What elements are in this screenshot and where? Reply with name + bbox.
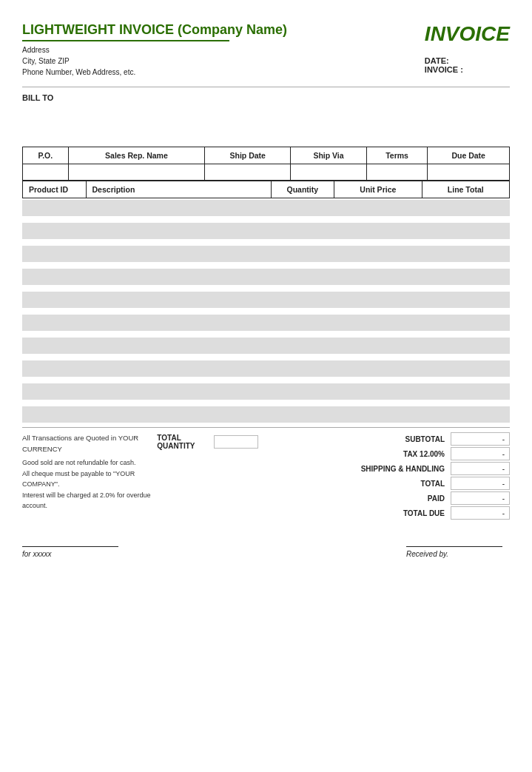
date-label: DATE: <box>425 56 449 65</box>
footer-notes: All Transactions are Quoted in YOUR CURR… <box>22 432 157 511</box>
tax-value: - <box>451 447 510 460</box>
footer-section: All Transactions are Quoted in YOUR CURR… <box>22 432 510 521</box>
address-line3: Phone Number, Web Address, etc. <box>22 67 425 78</box>
total-due-value: - <box>451 506 510 520</box>
item-row-2 <box>22 223 510 239</box>
company-title: LIGHTWEIGHT INVOICE (Company Name) <box>22 22 425 38</box>
terms-value <box>366 164 428 181</box>
col-due-date: Due Date <box>428 147 510 164</box>
item-row-6 <box>22 315 510 331</box>
col-po: P.O. <box>23 147 69 164</box>
total-label: TOTAL <box>332 480 451 488</box>
subtotal-row: SUBTOTAL - <box>258 432 510 446</box>
sig-line-right <box>406 546 502 547</box>
order-data-row <box>23 164 510 181</box>
item-row-8 <box>22 360 510 377</box>
header-underline <box>22 40 229 41</box>
totals-section: SUBTOTAL - TAX 12.00% - SHIPPING & HANDL… <box>258 432 510 521</box>
item-row-5 <box>22 292 510 308</box>
for-label: for xxxxx <box>22 550 126 558</box>
col-product-id: Product ID <box>23 181 87 198</box>
shipping-row: SHIPPING & HANDLING - <box>258 462 510 475</box>
col-sales-rep: Sales Rep. Name <box>68 147 204 164</box>
col-quantity: Quantity <box>271 181 334 198</box>
address-block: Address City, State ZIP Phone Number, We… <box>22 44 425 78</box>
po-value <box>23 164 69 181</box>
signature-section: for xxxxx Received by. <box>22 543 510 558</box>
sig-line-left <box>22 546 118 547</box>
total-qty-value <box>214 435 258 449</box>
paid-label: PAID <box>332 494 451 503</box>
due-date-value <box>428 164 510 181</box>
tax-row: TAX 12.00% - <box>258 447 510 460</box>
order-header-row: P.O. Sales Rep. Name Ship Date Ship Via … <box>23 147 510 164</box>
paid-value: - <box>451 491 510 505</box>
item-row-4 <box>22 269 510 285</box>
col-ship-date: Ship Date <box>205 147 291 164</box>
header-section: LIGHTWEIGHT INVOICE (Company Name) Addre… <box>22 22 510 78</box>
col-description: Description <box>86 181 271 198</box>
bill-to-section: BILL TO <box>22 93 510 102</box>
note-line3: Interest will be charged at 2.0% for ove… <box>22 490 157 511</box>
shipping-value: - <box>451 462 510 475</box>
date-row: DATE: <box>425 56 510 65</box>
col-unit-price: Unit Price <box>334 181 422 198</box>
note-line1: Good sold are not refundable for cash. <box>22 457 157 468</box>
item-row-10 <box>22 406 510 423</box>
total-row: TOTAL - <box>258 477 510 490</box>
items-body <box>22 200 510 423</box>
header-divider <box>22 87 510 87</box>
total-due-row: TOTAL DUE - <box>258 506 510 520</box>
total-value: - <box>451 477 510 490</box>
bill-to-label: BILL TO <box>22 93 53 102</box>
shipping-label: SHIPPING & HANDLING <box>332 465 451 473</box>
order-table: P.O. Sales Rep. Name Ship Date Ship Via … <box>22 147 510 181</box>
invoice-row: INVOICE : <box>425 65 510 74</box>
header-left: LIGHTWEIGHT INVOICE (Company Name) Addre… <box>22 22 425 78</box>
address-line1: Address <box>22 44 425 56</box>
currency-note: All Transactions are Quoted in YOUR CURR… <box>22 432 157 454</box>
tax-label: TAX 12.00% <box>332 450 451 458</box>
items-table: Product ID Description Quantity Unit Pri… <box>22 181 510 198</box>
invoice-label: INVOICE : <box>425 65 463 74</box>
ship-date-value <box>205 164 291 181</box>
subtotal-value: - <box>451 432 510 446</box>
items-header-row: Product ID Description Quantity Unit Pri… <box>23 181 510 198</box>
col-terms: Terms <box>366 147 428 164</box>
paid-row: PAID - <box>258 491 510 505</box>
header-right: INVOICE DATE: INVOICE : <box>425 22 510 74</box>
subtotal-label: SUBTOTAL <box>332 435 451 443</box>
address-line2: City, State ZIP <box>22 56 425 67</box>
middle-footer: TOTAL QUANTITY <box>157 432 258 450</box>
total-qty-label: TOTAL QUANTITY <box>157 434 203 450</box>
footer-divider <box>22 427 510 428</box>
item-row-3 <box>22 246 510 262</box>
total-due-label: TOTAL DUE <box>332 509 451 517</box>
item-row-1 <box>22 200 510 216</box>
col-line-total: Line Total <box>422 181 509 198</box>
item-row-7 <box>22 338 510 354</box>
item-row-9 <box>22 383 510 400</box>
sig-block-right: Received by. <box>406 546 510 558</box>
sig-block-left: for xxxxx <box>22 546 126 558</box>
ship-via-value <box>291 164 367 181</box>
sales-rep-value <box>68 164 204 181</box>
invoice-title: INVOICE <box>425 22 510 46</box>
received-label: Received by. <box>406 550 510 558</box>
note-line2: All cheque must be payable to "YOUR COMP… <box>22 469 157 490</box>
col-ship-via: Ship Via <box>291 147 367 164</box>
total-qty-container: TOTAL QUANTITY <box>157 434 258 450</box>
